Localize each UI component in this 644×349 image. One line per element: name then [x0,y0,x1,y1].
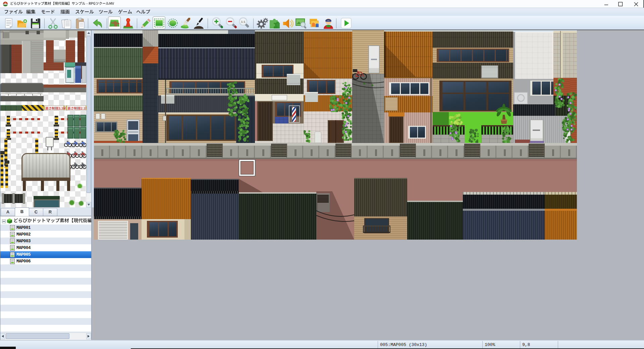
svg-text:1:1: 1:1 [241,20,245,23]
